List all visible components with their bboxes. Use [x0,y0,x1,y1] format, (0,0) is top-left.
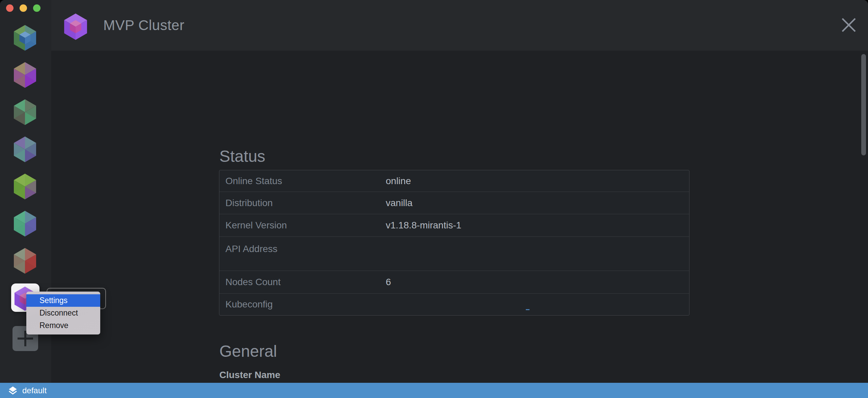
traffic-light-maximize-button[interactable] [33,4,40,12]
lens-window: MVP Cluster Status Cluster Status Cluste… [0,0,868,398]
namespace-label: default [22,386,47,395]
row-label: Kubeconfig [219,299,386,310]
menu-item-disconnect[interactable]: Disconnect [26,307,100,319]
sidebar-cluster-2-icon[interactable] [12,62,38,88]
scrollbar-thumb[interactable] [861,54,866,155]
page-title: MVP Cluster [103,0,184,51]
row-value: vanilla [386,198,412,208]
cluster-context-menu: SettingsDisconnectRemove [26,292,100,334]
sidebar-cluster-1-icon[interactable] [12,25,38,51]
cluster-name-subheading: Cluster Name [219,370,280,380]
sidebar-cluster-6-icon[interactable] [12,211,38,237]
sidebar-cluster-5-icon[interactable] [12,174,38,199]
kubeconfig-link-dash[interactable] [526,309,530,310]
sidebar-cluster-4-icon[interactable] [12,136,38,162]
traffic-light-minimize-button[interactable] [20,4,27,12]
row-label: Nodes Count [219,277,386,288]
settings-content: Status Cluster Status Cluster status inf… [51,51,868,383]
cluster-logo-icon [64,14,87,41]
row-label: API Address [219,237,386,254]
table-row: Kubeconfig [219,294,689,315]
cluster-status-table: Online StatusonlineDistributionvanillaKe… [219,170,689,316]
row-label: Kernel Version [219,220,386,231]
traffic-light-close-button[interactable] [6,4,13,12]
close-icon[interactable] [841,18,856,32]
sidebar-cluster-7-icon[interactable] [12,248,38,274]
table-row: Nodes Count6 [219,271,689,294]
table-row: Online Statusonline [219,170,689,192]
table-row: Kernel Versionv1.18.8-mirantis-1 [219,214,689,237]
layers-icon [8,386,18,395]
table-row: API Address [219,237,689,271]
sidebar-cluster-3-icon[interactable] [12,99,38,125]
namespace-status-bar[interactable]: default [0,383,868,398]
table-row: Distributionvanilla [219,192,689,214]
settings-header: MVP Cluster [51,0,868,51]
row-label: Distribution [219,198,386,208]
row-value: v1.18.8-mirantis-1 [386,220,461,231]
general-section-heading: General [219,342,277,360]
row-label: Online Status [219,176,386,186]
row-value: 6 [386,277,391,288]
row-value: online [386,176,411,186]
menu-item-settings[interactable]: Settings [26,294,100,307]
status-section-heading: Status [219,147,265,166]
menu-item-remove[interactable]: Remove [26,319,100,332]
